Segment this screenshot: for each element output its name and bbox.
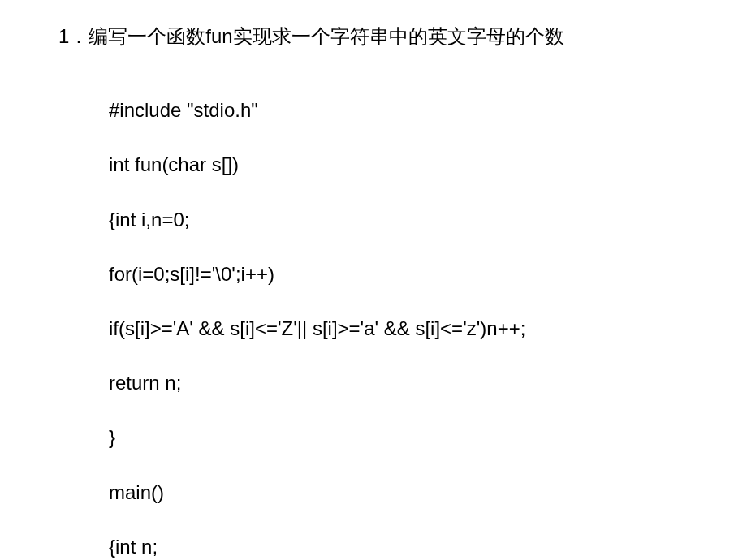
code-line: } <box>109 424 747 451</box>
code-line: {int i,n=0; <box>109 206 747 234</box>
code-line: main() <box>109 479 747 506</box>
slide-title: 1．编写一个函数fun实现求一个字符串中的英文字母的个数 <box>58 23 747 50</box>
code-line: {int n; <box>109 533 747 560</box>
code-line: int fun(char s[]) <box>109 151 747 179</box>
code-line: for(i=0;s[i]!='\0';i++) <box>109 261 747 288</box>
code-line: #include "stdio.h" <box>109 97 747 124</box>
code-line: return n; <box>109 369 747 397</box>
code-block: #include "stdio.h" int fun(char s[]) {in… <box>58 70 747 560</box>
code-line: if(s[i]>='A' && s[i]<='Z'|| s[i]>='a' &&… <box>109 315 747 342</box>
